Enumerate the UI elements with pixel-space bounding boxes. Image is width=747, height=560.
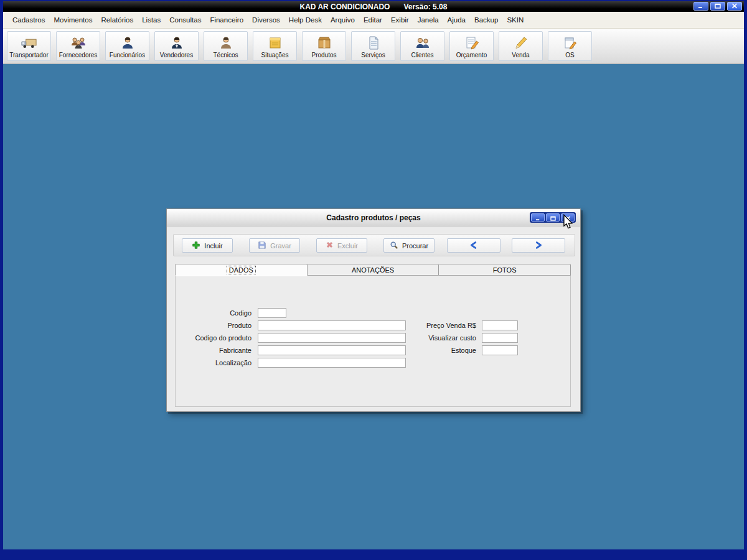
fabricante-input[interactable] bbox=[258, 345, 406, 355]
toolbar-button-label: Orçamento bbox=[456, 52, 487, 58]
form-row: Codigo do produto bbox=[176, 332, 406, 343]
toolbar-button-label: Fornecedores bbox=[59, 52, 98, 58]
menu-item-ajuda[interactable]: Ajuda bbox=[443, 14, 470, 26]
toolbar-button-os[interactable]: OS bbox=[548, 31, 592, 61]
next-record-button[interactable] bbox=[512, 238, 565, 253]
incluir-button[interactable]: Incluir bbox=[182, 238, 233, 253]
person-suit-icon bbox=[169, 34, 184, 52]
application-window: KAD AR CONDICIONADO Versão: 5.08 Cadastr… bbox=[0, 0, 747, 560]
codigo-do-produto-label: Codigo do produto bbox=[176, 334, 255, 342]
dialog-maximize-button[interactable] bbox=[546, 213, 560, 222]
toolbar-button-label: OS bbox=[565, 52, 574, 58]
tab-fotos[interactable]: FOTOS bbox=[439, 264, 571, 276]
person-tan-icon bbox=[218, 34, 233, 52]
produto-input[interactable] bbox=[258, 320, 406, 330]
previous-record-button[interactable] bbox=[447, 238, 500, 253]
toolbar-button-fornecedores[interactable]: Fornecedores bbox=[56, 31, 100, 61]
close-button[interactable] bbox=[727, 2, 742, 11]
form-row: Preço Venda R$ bbox=[410, 320, 518, 330]
toolbar-button-tecnicos[interactable]: Técnicos bbox=[204, 31, 248, 61]
dialog-toolbar: Incluir Gravar Excluir Procurar bbox=[173, 234, 575, 256]
toolbar-button-label: Vendedores bbox=[160, 52, 193, 58]
truck-icon bbox=[21, 34, 37, 52]
menu-item-skin[interactable]: SKIN bbox=[502, 14, 528, 26]
people-group-icon bbox=[70, 34, 87, 52]
minimize-icon bbox=[698, 2, 704, 11]
estoque-input[interactable] bbox=[482, 345, 518, 355]
toolbar-button-label: Clientes bbox=[411, 52, 433, 58]
window-frame: KAD AR CONDICIONADO Versão: 5.08 Cadastr… bbox=[3, 1, 744, 549]
codigo-input[interactable] bbox=[258, 308, 286, 318]
dialog-close-button[interactable] bbox=[561, 213, 575, 222]
toolbar-button-transportador[interactable]: Transportador bbox=[7, 31, 51, 61]
tab-content-dados: Codigo Produto Codigo do produto Fabrica… bbox=[175, 276, 571, 407]
visualizar-custo-input[interactable] bbox=[482, 333, 518, 343]
close-icon bbox=[565, 212, 571, 223]
toolbar-button-servicos[interactable]: Serviços bbox=[351, 31, 395, 61]
toolbar-button-funcionarios[interactable]: Funcionários bbox=[105, 31, 149, 61]
menu-item-arquivo[interactable]: Arquivo bbox=[326, 14, 359, 26]
maximize-icon bbox=[715, 2, 721, 11]
menu-item-editar[interactable]: Editar bbox=[359, 14, 387, 26]
notepad-icon bbox=[563, 34, 578, 52]
menu-item-relatorios[interactable]: Relatórios bbox=[96, 14, 138, 26]
box-icon bbox=[317, 34, 332, 52]
codigo-label: Codigo bbox=[176, 309, 255, 317]
menu-item-helpdesk[interactable]: Help Desk bbox=[284, 14, 326, 26]
toolbar-button-clientes[interactable]: Clientes bbox=[400, 31, 444, 61]
toolbar-button-label: Venda bbox=[512, 52, 529, 58]
toolbar-button-label: Produtos bbox=[311, 52, 336, 58]
note-icon bbox=[268, 34, 283, 52]
toolbar: Transportador Fornecedores Funcionários … bbox=[3, 29, 744, 64]
dialog-window-controls bbox=[530, 212, 576, 223]
menu-item-cadastros[interactable]: Cadastros bbox=[8, 14, 49, 26]
form-row: Fabricante bbox=[176, 345, 406, 355]
close-icon bbox=[731, 2, 738, 11]
maximize-button[interactable] bbox=[710, 2, 725, 11]
toolbar-button-label: Transportador bbox=[9, 52, 48, 58]
minimize-icon bbox=[535, 212, 541, 223]
desktop: Cadastro produtos / peças bbox=[3, 64, 744, 549]
pencil-note-icon bbox=[464, 34, 479, 52]
window-controls bbox=[693, 2, 742, 11]
dialog-minimize-button[interactable] bbox=[531, 213, 545, 222]
toolbar-button-venda[interactable]: Venda bbox=[499, 31, 543, 61]
toolbar-button-produtos[interactable]: Produtos bbox=[302, 31, 346, 61]
tab-anotacoes-label: ANOTAÇÕES bbox=[352, 266, 394, 274]
arrow-right-icon bbox=[533, 241, 543, 251]
tab-anotacoes[interactable]: ANOTAÇÕES bbox=[308, 264, 439, 276]
menu-item-listas[interactable]: Listas bbox=[138, 14, 165, 26]
gravar-button: Gravar bbox=[249, 238, 300, 253]
tab-dados-label: DADOS bbox=[227, 266, 255, 274]
people-icon bbox=[415, 34, 431, 52]
minimize-button[interactable] bbox=[693, 2, 708, 11]
dialog-titlebar: Cadastro produtos / peças bbox=[167, 209, 580, 226]
menu-item-diversos[interactable]: Diversos bbox=[248, 14, 284, 26]
menu-item-janela[interactable]: Janela bbox=[413, 14, 443, 26]
menu-item-financeiro[interactable]: Financeiro bbox=[205, 14, 248, 26]
visualizar-custo-label: Visualizar custo bbox=[410, 334, 479, 342]
delete-x-icon bbox=[326, 241, 334, 250]
pencil-icon bbox=[514, 34, 529, 52]
dialog-title: Cadastro produtos / peças bbox=[326, 213, 420, 222]
dialog-cadastro-produtos: Cadastro produtos / peças bbox=[166, 208, 581, 412]
localizacao-input[interactable] bbox=[258, 358, 406, 368]
excluir-label: Excluir bbox=[337, 242, 358, 250]
fabricante-label: Fabricante bbox=[176, 347, 255, 354]
dialog-tabs: DADOS ANOTAÇÕES FOTOS bbox=[175, 264, 571, 276]
plus-icon bbox=[192, 241, 200, 251]
tab-dados[interactable]: DADOS bbox=[175, 264, 308, 276]
toolbar-button-orcamento[interactable]: Orçamento bbox=[449, 31, 494, 61]
procurar-label: Procurar bbox=[402, 242, 428, 250]
procurar-button[interactable]: Procurar bbox=[383, 238, 435, 253]
codigo-do-produto-input[interactable] bbox=[258, 333, 406, 343]
excluir-button: Excluir bbox=[316, 238, 367, 253]
menu-item-movimentos[interactable]: Movimentos bbox=[49, 14, 96, 26]
toolbar-button-vendedores[interactable]: Vendedores bbox=[154, 31, 199, 61]
menu-item-backup[interactable]: Backup bbox=[470, 14, 502, 26]
menu-item-consultas[interactable]: Consultas bbox=[165, 14, 205, 26]
preco-venda-input[interactable] bbox=[482, 320, 518, 330]
toolbar-button-situacoes[interactable]: Situações bbox=[253, 31, 297, 61]
window-version: Versão: 5.08 bbox=[403, 2, 447, 11]
menu-item-exibir[interactable]: Exibir bbox=[387, 14, 413, 26]
